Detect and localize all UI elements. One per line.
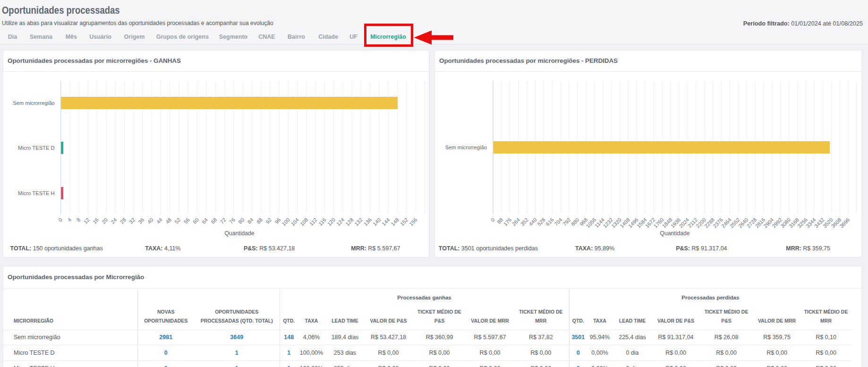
svg-text:4: 4 [66, 217, 72, 223]
svg-text:128: 128 [344, 217, 354, 227]
svg-text:96: 96 [273, 217, 281, 225]
svg-text:32: 32 [128, 217, 136, 225]
svg-text:140: 140 [372, 217, 382, 227]
svg-text:60: 60 [192, 217, 200, 225]
svg-text:100: 100 [281, 217, 290, 227]
svg-text:28: 28 [119, 217, 127, 225]
svg-text:3696: 3696 [839, 217, 851, 229]
svg-text:108: 108 [299, 217, 309, 227]
svg-text:156: 156 [408, 217, 418, 227]
svg-text:136: 136 [363, 217, 373, 227]
svg-text:80: 80 [237, 217, 245, 225]
svg-text:264: 264 [511, 217, 521, 227]
svg-text:440: 440 [528, 217, 537, 227]
svg-text:24: 24 [110, 217, 118, 225]
svg-text:16: 16 [92, 217, 100, 225]
svg-text:0: 0 [57, 217, 63, 223]
svg-text:88: 88 [255, 217, 264, 225]
svg-text:52: 52 [173, 217, 181, 225]
svg-text:104: 104 [290, 217, 300, 227]
svg-text:880: 880 [570, 217, 580, 227]
svg-text:352: 352 [519, 217, 529, 227]
svg-text:112: 112 [308, 217, 318, 227]
svg-text:40: 40 [146, 217, 154, 225]
svg-text:704: 704 [553, 217, 563, 227]
svg-text:152: 152 [399, 217, 409, 227]
svg-text:Quantidade: Quantidade [224, 230, 254, 237]
svg-text:72: 72 [219, 217, 227, 225]
svg-text:68: 68 [210, 217, 218, 225]
svg-text:Sem microrregião: Sem microrregião [445, 145, 487, 150]
svg-text:36: 36 [137, 217, 145, 225]
svg-text:148: 148 [390, 217, 400, 227]
svg-text:144: 144 [381, 217, 391, 227]
svg-text:64: 64 [201, 217, 209, 225]
svg-text:12: 12 [83, 217, 91, 225]
svg-text:92: 92 [264, 217, 272, 225]
svg-text:56: 56 [183, 217, 191, 225]
svg-text:792: 792 [562, 217, 571, 227]
svg-text:132: 132 [353, 217, 363, 227]
svg-text:8: 8 [76, 217, 82, 223]
svg-text:116: 116 [317, 217, 327, 227]
svg-text:Sem microrregião: Sem microrregião [13, 100, 54, 106]
svg-text:20: 20 [101, 217, 109, 225]
svg-text:48: 48 [164, 217, 172, 225]
svg-text:0: 0 [490, 217, 496, 223]
svg-text:Micro TESTE D: Micro TESTE D [18, 145, 55, 151]
svg-text:124: 124 [335, 217, 345, 227]
svg-text:84: 84 [247, 217, 255, 225]
svg-text:616: 616 [545, 217, 554, 227]
svg-text:76: 76 [228, 217, 236, 225]
svg-text:44: 44 [155, 217, 163, 225]
svg-text:Quantidade: Quantidade [660, 230, 689, 237]
svg-text:120: 120 [326, 217, 336, 227]
svg-text:528: 528 [536, 217, 546, 227]
svg-text:176: 176 [502, 217, 512, 227]
svg-text:Micro TESTE H: Micro TESTE H [18, 190, 55, 196]
